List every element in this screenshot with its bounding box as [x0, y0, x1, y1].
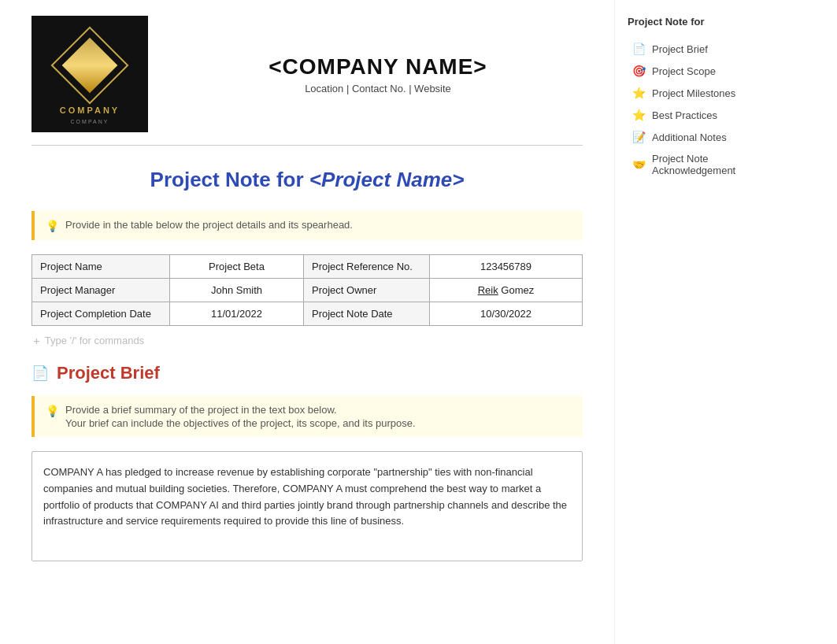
sidebar-item-scope[interactable]: 🎯 Project Scope: [628, 61, 783, 81]
sidebar: Project Note for 📄 Project Brief 🎯 Proje…: [614, 0, 795, 644]
table-row: Project Completion Date 11/01/2022 Proje…: [32, 302, 583, 326]
brief-text: COMPANY A has pledged to increase revenu…: [43, 466, 567, 527]
command-placeholder: Type '/' for commands: [45, 335, 144, 346]
sidebar-label-best-practices: Best Practices: [652, 109, 717, 121]
brief-textbox[interactable]: COMPANY A has pledged to increase revenu…: [31, 451, 583, 561]
project-table: Project Name Project Beta Project Refere…: [31, 254, 583, 326]
sidebar-icon-scope: 🎯: [632, 65, 646, 77]
logo: COMPANY COMPANY: [31, 16, 148, 132]
sidebar-item-best-practices[interactable]: ⭐ Best Practices: [628, 105, 783, 125]
tip-line1: Provide a brief summary of the project i…: [65, 404, 416, 416]
page-title-project: <Project Name>: [309, 168, 465, 191]
label-note-date: Project Note Date: [304, 302, 430, 326]
tip-box-brief: 💡 Provide a brief summary of the project…: [31, 396, 583, 437]
table-row: Project Manager John Smith Project Owner…: [32, 279, 583, 302]
section-title-brief: Project Brief: [57, 363, 160, 383]
sidebar-label-milestones: Project Milestones: [652, 87, 735, 99]
plus-icon: +: [33, 334, 40, 347]
company-name: <COMPANY NAME>: [173, 54, 583, 80]
label-project-name: Project Name: [32, 255, 170, 279]
header: COMPANY COMPANY <COMPANY NAME> Location …: [31, 16, 583, 146]
sidebar-label-brief: Project Brief: [652, 43, 708, 55]
company-info: <COMPANY NAME> Location | Contact No. | …: [173, 54, 583, 94]
label-project-ref: Project Reference No.: [304, 255, 430, 279]
value-note-date: 10/30/2022: [430, 302, 583, 326]
tip-icon-brief: 💡: [46, 405, 59, 417]
value-project-ref: 123456789: [430, 255, 583, 279]
sidebar-icon-acknowledgement: 🤝: [632, 158, 646, 171]
label-completion-date: Project Completion Date: [32, 302, 170, 326]
tip-icon: 💡: [46, 220, 59, 232]
company-details: Location | Contact No. | Website: [173, 83, 583, 94]
value-project-owner: Reik Gomez: [430, 279, 583, 302]
sidebar-icon-best-practices: ⭐: [632, 109, 646, 121]
sidebar-title: Project Note for: [628, 16, 783, 28]
tip-line2: Your brief can include the objectives of…: [65, 417, 416, 429]
logo-company-subtext: COMPANY: [71, 119, 109, 124]
label-project-owner: Project Owner: [304, 279, 430, 302]
logo-company-text: COMPANY: [60, 105, 120, 115]
tip-lines-brief: Provide a brief summary of the project i…: [65, 404, 416, 429]
sidebar-icon-milestones: ⭐: [632, 87, 646, 99]
sidebar-icon-additional-notes: 📝: [632, 131, 646, 143]
value-completion-date: 11/01/2022: [170, 302, 304, 326]
sidebar-label-additional-notes: Additional Notes: [652, 131, 727, 143]
command-input-area[interactable]: + Type '/' for commands: [31, 334, 583, 347]
sidebar-item-milestones[interactable]: ⭐ Project Milestones: [628, 83, 783, 103]
sidebar-label-acknowledgement: Project Note Acknowledgement: [652, 153, 778, 176]
main-content: COMPANY COMPANY <COMPANY NAME> Location …: [0, 0, 614, 644]
sidebar-item-additional-notes[interactable]: 📝 Additional Notes: [628, 127, 783, 147]
sidebar-icon-brief: 📄: [632, 43, 646, 55]
project-owner-name: Reik: [478, 284, 498, 296]
page-title-static: Project Note for: [150, 168, 304, 191]
tip-box-table: 💡 Provide in the table below the project…: [31, 211, 583, 240]
sidebar-item-acknowledgement[interactable]: 🤝 Project Note Acknowledgement: [628, 149, 783, 180]
sidebar-item-brief[interactable]: 📄 Project Brief: [628, 39, 783, 59]
value-project-manager: John Smith: [170, 279, 304, 302]
sidebar-label-scope: Project Scope: [652, 65, 716, 77]
tip-text-table: Provide in the table below the project d…: [65, 219, 353, 231]
section-icon-brief: 📄: [31, 365, 49, 382]
value-project-name: Project Beta: [170, 255, 304, 279]
page-title: Project Note for <Project Name>: [31, 168, 583, 192]
project-brief-heading: 📄 Project Brief: [31, 363, 583, 383]
table-row: Project Name Project Beta Project Refere…: [32, 255, 583, 279]
label-project-manager: Project Manager: [32, 279, 170, 302]
